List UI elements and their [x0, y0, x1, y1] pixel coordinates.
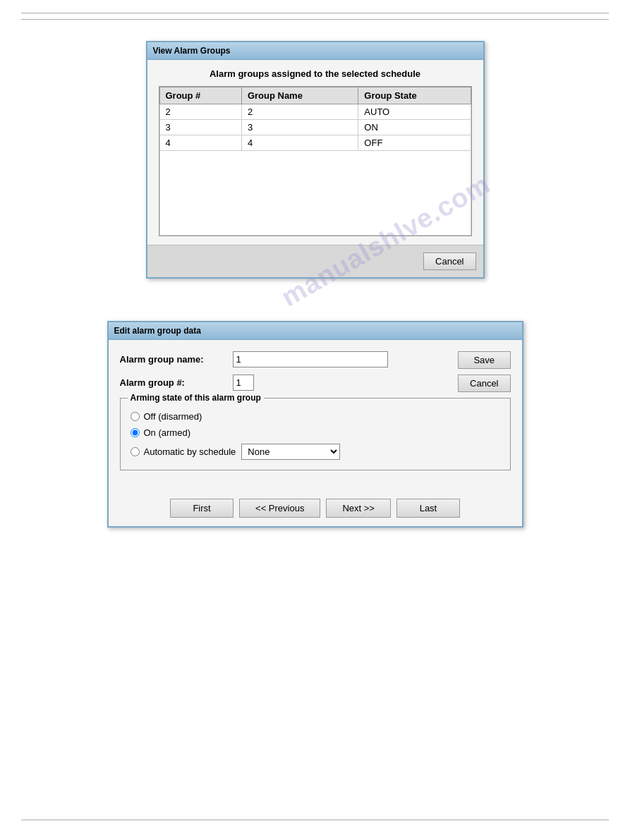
alarm-group-number-input[interactable] — [233, 375, 254, 391]
alarm-group-name-row: Alarm group name: — [120, 351, 459, 367]
radio-on-label: On (armed) — [144, 427, 190, 438]
save-cancel-column: Save Cancel — [458, 351, 510, 392]
col-header-group-num: Group # — [159, 87, 241, 104]
table-cell: 4 — [241, 135, 358, 151]
alarm-group-number-label: Alarm group #: — [120, 377, 233, 388]
edit-alarm-group-dialog: Edit alarm group data Alarm group name: … — [107, 321, 523, 528]
dialog1-cancel-button[interactable]: Cancel — [423, 252, 475, 270]
alarm-group-number-row: Alarm group #: — [120, 375, 459, 391]
dialog1-footer: Cancel — [147, 245, 483, 277]
dialog1-subtitle: Alarm groups assigned to the selected sc… — [159, 68, 472, 79]
table-cell: AUTO — [358, 104, 471, 120]
table-cell: OFF — [358, 135, 471, 151]
table-row: 33ON — [159, 120, 471, 135]
radio-auto[interactable] — [131, 447, 140, 456]
previous-button[interactable]: << Previous — [239, 499, 320, 518]
schedule-dropdown[interactable]: None — [241, 444, 340, 460]
radio-auto-row: Automatic by schedule None — [131, 444, 500, 460]
table-cell: 3 — [241, 120, 358, 135]
col-header-group-state: Group State — [358, 87, 471, 104]
table-row: 44OFF — [159, 135, 471, 151]
dialog2-body: Alarm group name: Alarm group #: Save Ca… — [109, 340, 522, 492]
dialog2-titlebar: Edit alarm group data — [109, 322, 522, 340]
radio-off-label: Off (disarmed) — [144, 411, 202, 422]
table-cell: 2 — [241, 104, 358, 120]
cancel-button[interactable]: Cancel — [458, 375, 510, 392]
dialog1-body: Alarm groups assigned to the selected sc… — [147, 60, 483, 245]
table-cell: 3 — [159, 120, 241, 135]
alarm-group-name-input[interactable] — [233, 351, 388, 367]
arming-legend: Arming state of this alarm group — [128, 393, 264, 403]
table-cell: ON — [358, 120, 471, 135]
view-alarm-groups-dialog: View Alarm Groups Alarm groups assigned … — [146, 41, 485, 279]
col-header-group-name: Group Name — [241, 87, 358, 104]
nav-row: First << Previous Next >> Last — [109, 492, 522, 526]
table-cell: 4 — [159, 135, 241, 151]
top-rule — [21, 13, 609, 13]
first-button[interactable]: First — [170, 499, 234, 518]
last-button[interactable]: Last — [396, 499, 460, 518]
table-row: 22AUTO — [159, 104, 471, 120]
alarm-groups-table: Group # Group Name Group State 22AUTO33O… — [159, 87, 471, 151]
radio-off[interactable] — [131, 412, 140, 421]
bottom-rule — [21, 820, 609, 820]
dialog2-title: Edit alarm group data — [114, 326, 201, 336]
radio-auto-label: Automatic by schedule — [144, 446, 236, 457]
table-cell: 2 — [159, 104, 241, 120]
next-button[interactable]: Next >> — [326, 499, 391, 518]
alarm-group-name-label: Alarm group name: — [120, 354, 233, 365]
alarm-table-container: Group # Group Name Group State 22AUTO33O… — [159, 86, 472, 236]
empty-rows — [159, 151, 471, 236]
dialog1-titlebar: View Alarm Groups — [147, 42, 483, 60]
save-button[interactable]: Save — [458, 351, 510, 369]
radio-on-row: On (armed) — [131, 427, 500, 438]
radio-on[interactable] — [131, 428, 140, 437]
radio-off-row: Off (disarmed) — [131, 411, 500, 422]
arming-state-group: Arming state of this alarm group Off (di… — [120, 398, 511, 470]
dialog1-title: View Alarm Groups — [153, 46, 231, 56]
